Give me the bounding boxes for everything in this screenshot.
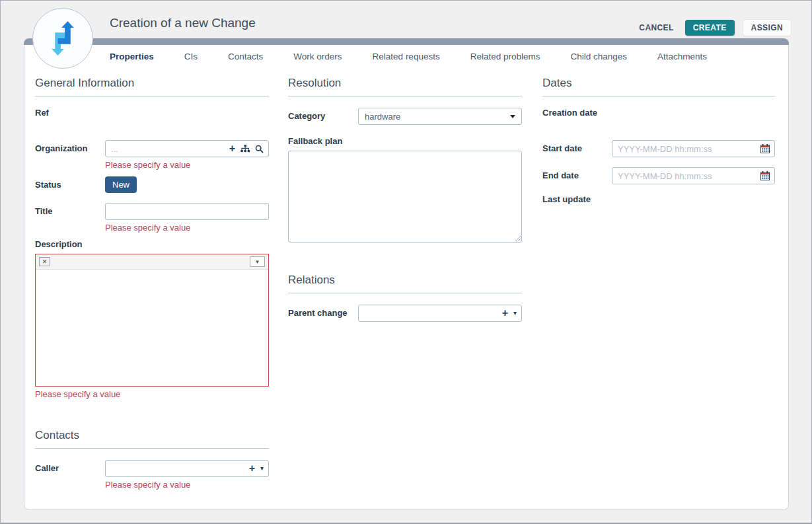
field-parent-change: Parent change + ▾ — [288, 305, 522, 322]
field-category: Category hardware — [288, 108, 522, 125]
parent-change-icons: + ▾ — [502, 305, 517, 322]
parent-change-label: Parent change — [288, 305, 358, 318]
column-dates: Dates Creation date Start date — [542, 77, 775, 227]
header-actions: CANCEL CREATE ASSIGN — [636, 20, 791, 36]
tab-cis[interactable]: CIs — [184, 52, 198, 61]
field-caller: Caller + ▾ — [35, 460, 269, 477]
caller-input[interactable] — [105, 460, 269, 477]
broken-image-icon[interactable]: ✕ — [39, 257, 50, 266]
status-badge: New — [105, 176, 137, 193]
start-date-label: Start date — [542, 140, 612, 153]
hierarchy-icon[interactable] — [240, 145, 250, 153]
add-parent-change-icon[interactable]: + — [502, 308, 508, 318]
organization-label: Organization — [35, 140, 105, 153]
field-status: Status New — [35, 176, 269, 193]
calendar-icon[interactable] — [760, 171, 770, 180]
end-date-input[interactable] — [612, 167, 775, 184]
organization-error: Please specify a value — [105, 160, 269, 170]
add-organization-icon[interactable]: + — [229, 143, 235, 154]
column-general: General Information Ref Organization + — [35, 77, 269, 496]
change-creation-page: Creation of a new Change CANCEL CREATE A… — [0, 0, 812, 524]
parent-change-dropdown-icon[interactable]: ▾ — [513, 310, 517, 317]
last-update-label: Last update — [542, 194, 612, 204]
field-end-date: End date — [542, 167, 775, 184]
create-button[interactable]: CREATE — [685, 20, 735, 36]
ref-label: Ref — [35, 108, 105, 118]
start-date-icons — [760, 140, 770, 157]
column-resolution: Resolution Category hardware Fallback pl… — [288, 77, 522, 330]
tab-child-changes[interactable]: Child changes — [570, 52, 627, 61]
parent-change-input[interactable] — [358, 305, 522, 322]
title-input[interactable] — [105, 203, 269, 220]
change-arrows-icon — [42, 18, 83, 59]
search-icon[interactable] — [255, 145, 264, 153]
start-date-input[interactable] — [612, 140, 775, 157]
cancel-button[interactable]: CANCEL — [636, 20, 676, 36]
fallback-plan-wrap — [288, 151, 522, 243]
description-editor[interactable]: ✕ ▼ — [35, 254, 269, 387]
title-error: Please specify a value — [105, 223, 269, 233]
assign-button[interactable]: ASSIGN — [743, 20, 791, 36]
caller-dropdown-icon[interactable]: ▾ — [260, 465, 264, 472]
section-title-general: General Information — [35, 77, 269, 96]
category-label: Category — [288, 108, 358, 121]
status-label: Status — [35, 176, 105, 190]
tab-related-problems[interactable]: Related problems — [470, 52, 540, 61]
fallback-plan-textarea[interactable] — [288, 151, 522, 243]
organization-icons: + — [229, 140, 264, 157]
caller-label: Caller — [35, 460, 105, 473]
calendar-icon[interactable] — [760, 144, 770, 153]
section-title-relations: Relations — [288, 274, 522, 293]
section-title-dates: Dates — [542, 77, 775, 96]
card-top-bar — [24, 38, 789, 45]
field-organization: Organization + — [35, 140, 269, 157]
category-select[interactable]: hardware — [358, 108, 522, 125]
creation-date-label: Creation date — [542, 108, 612, 118]
description-editor-body[interactable] — [36, 270, 268, 386]
title-label: Title — [35, 203, 105, 216]
field-title: Title — [35, 203, 269, 220]
change-class-icon — [32, 8, 93, 69]
description-error: Please specify a value — [35, 389, 269, 399]
field-start-date: Start date — [542, 140, 775, 157]
section-title-contacts: Contacts — [35, 429, 269, 449]
tab-work-orders[interactable]: Work orders — [293, 52, 342, 61]
tab-bar: Properties CIs Contacts Work orders Rela… — [24, 46, 789, 67]
tab-attachments[interactable]: Attachments — [657, 52, 707, 61]
description-label: Description — [35, 239, 269, 249]
tab-contacts[interactable]: Contacts — [228, 52, 263, 61]
add-caller-icon[interactable]: + — [249, 463, 255, 474]
end-date-icons — [760, 167, 770, 184]
fallback-plan-label: Fallback plan — [288, 136, 522, 146]
caller-error: Please specify a value — [105, 480, 269, 490]
field-last-update: Last update — [542, 194, 775, 218]
category-selected-value: hardware — [365, 112, 400, 122]
caller-icons: + ▾ — [249, 460, 264, 477]
tab-related-requests[interactable]: Related requests — [373, 52, 440, 61]
page-title: Creation of a new Change — [110, 16, 256, 30]
toolbar-dropdown-icon[interactable]: ▼ — [250, 256, 265, 267]
tab-properties[interactable]: Properties — [110, 52, 154, 61]
end-date-label: End date — [542, 167, 612, 180]
description-editor-toolbar: ✕ ▼ — [36, 254, 268, 270]
section-title-resolution: Resolution — [288, 77, 522, 96]
field-ref: Ref — [35, 108, 269, 131]
category-caret-icon — [510, 115, 515, 118]
field-creation-date: Creation date — [542, 108, 775, 131]
